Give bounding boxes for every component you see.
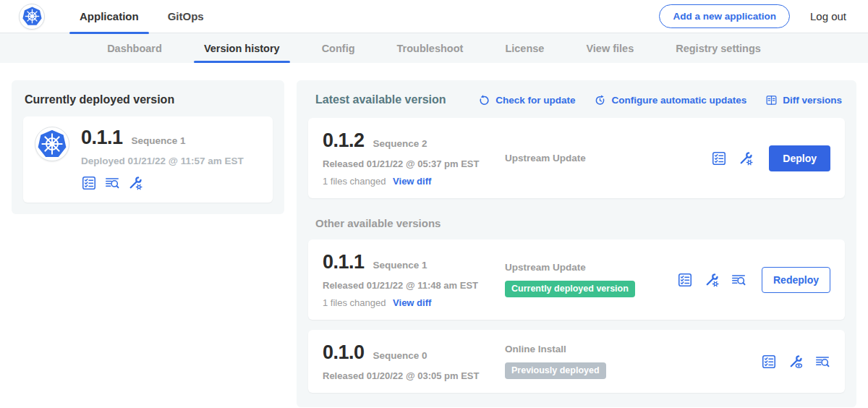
- edit-config-wrench-gear-icon[interactable]: [127, 175, 143, 191]
- deployed-timestamp: Deployed 01/21/22 @ 11:57 am EST: [81, 156, 244, 166]
- diff-versions-link[interactable]: Diff versions: [765, 94, 842, 106]
- clock-arrow-icon: [594, 94, 606, 106]
- version-number: 0.1.1: [323, 251, 365, 273]
- version-info: 0.1.0 Sequence 0 Released 01/20/22 @ 03:…: [323, 341, 505, 381]
- refresh-icon: [478, 94, 490, 106]
- version-source-label: Upstream Update: [505, 262, 586, 273]
- deploy-button[interactable]: Deploy: [769, 145, 830, 171]
- main-content: Currently deployed version 0.1.1 Sequenc…: [0, 63, 868, 408]
- view-diff-link[interactable]: View diff: [393, 297, 431, 308]
- check-for-update-label: Check for update: [495, 95, 575, 106]
- logout-link[interactable]: Log out: [810, 10, 846, 22]
- release-notes-search-icon[interactable]: [814, 354, 830, 370]
- add-application-button[interactable]: Add a new application: [659, 4, 790, 28]
- version-row-0-1-2: 0.1.2 Sequence 2 Released 01/21/22 @ 05:…: [308, 118, 845, 198]
- redeploy-button[interactable]: Redeploy: [762, 267, 830, 293]
- release-notes-search-icon[interactable]: [104, 175, 120, 191]
- subnav-tab-troubleshoot-label: Troubleshoot: [397, 43, 464, 54]
- check-for-update-link[interactable]: Check for update: [478, 94, 575, 106]
- version-source-label: Upstream Update: [505, 153, 586, 163]
- deployed-sequence-label: Sequence 1: [132, 135, 186, 146]
- latest-available-title: Latest available version: [315, 93, 446, 106]
- top-nav-right: Add a new application Log out: [659, 4, 846, 28]
- edit-config-wrench-gear-icon[interactable]: [738, 150, 754, 166]
- diff-columns-icon: [765, 94, 778, 106]
- kubernetes-logo-icon: [22, 7, 42, 26]
- subnav-tab-version-history[interactable]: Version history: [194, 33, 290, 63]
- edit-config-wrench-gear-icon[interactable]: [704, 272, 720, 288]
- release-notes-search-icon[interactable]: [731, 272, 746, 288]
- version-source-label: Online Install: [505, 344, 566, 354]
- files-changed-label: 1 files changed: [323, 176, 386, 187]
- view-config-wrench-eye-icon[interactable]: [788, 354, 804, 370]
- version-row-0-1-0: 0.1.0 Sequence 0 Released 01/20/22 @ 03:…: [308, 330, 845, 393]
- subnav-tab-version-history-label: Version history: [204, 43, 280, 54]
- subnav-tab-view-files-label: View files: [586, 43, 634, 54]
- subnav-tab-license-label: License: [505, 43, 544, 54]
- tab-gitops[interactable]: GitOps: [158, 0, 214, 33]
- currently-deployed-title: Currently deployed version: [25, 93, 273, 106]
- kubernetes-logo-icon: [38, 129, 67, 158]
- version-info: 0.1.2 Sequence 2 Released 01/21/22 @ 05:…: [323, 129, 505, 187]
- subnav-tab-license[interactable]: License: [495, 33, 554, 63]
- sequence-label: Sequence 1: [373, 260, 427, 271]
- deployed-version-card: 0.1.1 Sequence 1 Deployed 01/21/22 @ 11:…: [23, 116, 273, 203]
- subnav-tab-config-label: Config: [322, 43, 355, 54]
- released-timestamp: Released 01/21/22 @ 05:37 pm EST: [323, 158, 505, 169]
- subnav-tab-dashboard[interactable]: Dashboard: [97, 33, 172, 63]
- app-version-logo: [35, 127, 69, 161]
- subnav-tab-registry-settings[interactable]: Registry settings: [665, 33, 771, 63]
- version-number: 0.1.2: [323, 129, 365, 152]
- sequence-label: Sequence 2: [373, 138, 427, 149]
- released-timestamp: Released 01/21/22 @ 11:48 am EST: [323, 280, 505, 291]
- currently-deployed-card: Currently deployed version 0.1.1 Sequenc…: [12, 80, 284, 214]
- available-versions-panel: Latest available version Check for updat…: [297, 80, 856, 407]
- other-available-versions-title: Other available versions: [315, 217, 845, 229]
- app-logo: [19, 4, 45, 30]
- tab-gitops-label: GitOps: [168, 10, 204, 22]
- preflight-checklist-icon[interactable]: [711, 150, 727, 166]
- sequence-label: Sequence 0: [373, 350, 427, 361]
- currently-deployed-badge: Currently deployed version: [505, 281, 635, 297]
- sub-nav: Dashboard Version history Config Trouble…: [0, 33, 868, 63]
- diff-versions-label: Diff versions: [783, 95, 842, 106]
- version-row-0-1-1: 0.1.1 Sequence 1 Released 01/21/22 @ 11:…: [308, 239, 845, 320]
- subnav-tab-registry-settings-label: Registry settings: [676, 43, 761, 54]
- previously-deployed-badge: Previously deployed: [505, 362, 606, 379]
- preflight-checklist-icon[interactable]: [761, 354, 777, 370]
- released-timestamp: Released 01/20/22 @ 03:05 pm EST: [323, 370, 505, 381]
- subnav-tab-view-files[interactable]: View files: [576, 33, 644, 63]
- top-nav: Application GitOps Add a new application…: [0, 0, 868, 33]
- version-info: 0.1.1 Sequence 1 Released 01/21/22 @ 11:…: [323, 251, 505, 308]
- subnav-tab-troubleshoot[interactable]: Troubleshoot: [387, 33, 474, 63]
- subnav-tab-config[interactable]: Config: [312, 33, 365, 63]
- deployed-version-info: 0.1.1 Sequence 1 Deployed 01/21/22 @ 11:…: [81, 127, 244, 191]
- view-diff-link[interactable]: View diff: [393, 176, 431, 187]
- preflight-checklist-icon[interactable]: [81, 175, 97, 191]
- files-changed-label: 1 files changed: [323, 297, 386, 308]
- version-number: 0.1.0: [323, 341, 365, 364]
- configure-automatic-updates-label: Configure automatic updates: [611, 95, 746, 106]
- configure-automatic-updates-link[interactable]: Configure automatic updates: [594, 94, 746, 106]
- subnav-tab-dashboard-label: Dashboard: [107, 43, 162, 54]
- tab-application-label: Application: [80, 10, 139, 22]
- preflight-checklist-icon[interactable]: [677, 272, 693, 288]
- deployed-version-number: 0.1.1: [81, 127, 123, 149]
- tab-application[interactable]: Application: [69, 0, 149, 33]
